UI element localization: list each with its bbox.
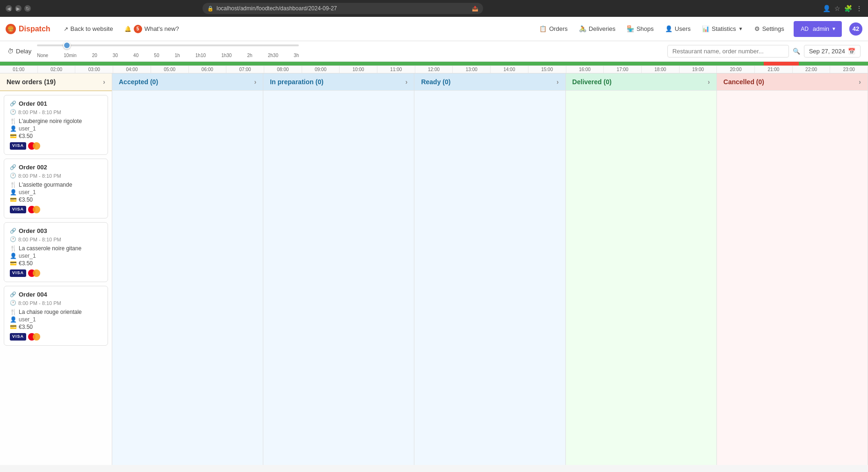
order-004-price: 💳 €3.50 <box>10 324 102 330</box>
order-001-price: 💳 €3.50 <box>10 133 102 139</box>
delay-button[interactable]: ⏱ Delay <box>7 48 31 55</box>
col-preparation-expand[interactable]: › <box>405 78 408 86</box>
deliveries-link[interactable]: 🚴 Deliveries <box>573 17 621 41</box>
deliveries-icon: 🚴 <box>579 25 586 32</box>
col-cancelled-expand[interactable]: › <box>859 78 861 86</box>
order-004-user-icon: 👤 <box>10 316 17 323</box>
slider-label-1h30: 1h30 <box>221 53 231 58</box>
order-002-id: 🔗 Order 002 <box>10 164 47 171</box>
shops-label: Shops <box>637 25 654 32</box>
date-picker[interactable]: Sep 27, 2024 📅 <box>804 45 861 58</box>
col-new-orders-expand[interactable]: › <box>103 78 105 86</box>
statistics-label: Statistics <box>712 25 736 32</box>
order-003-user-icon: 👤 <box>10 253 17 259</box>
slider-label-3h: 3h <box>294 53 299 58</box>
order-001-id: 🔗 Order 001 <box>10 100 47 107</box>
statistics-link[interactable]: 📊 Statistics ▼ <box>696 17 749 41</box>
order-card-002[interactable]: 🔗 Order 002 🕐 8:00 PM - 8:10 PM 🍴 L'assi… <box>4 159 108 218</box>
slider-label-30: 30 <box>113 53 118 58</box>
back-to-website-label: Back to website <box>71 25 113 32</box>
browser-chrome: ◀ ▶ ↻ 🔒 localhost/admin/foodtech/dashboa… <box>0 0 868 17</box>
settings-icon: ⚙ <box>754 25 760 32</box>
col-new-orders: New orders (19) › 🔗 Order 001 🕐 8:00 PM … <box>0 73 112 465</box>
deliveries-label: Deliveries <box>589 25 615 32</box>
slider-label-20: 20 <box>92 53 97 58</box>
toolbar: ⏱ Delay None 10min 20 30 40 50 1h 1h10 1… <box>0 41 868 62</box>
url-bar[interactable]: 🔒 localhost/admin/foodtech/dashboard/202… <box>203 3 483 14</box>
order-002-payment: VISA <box>10 206 102 213</box>
col-ready-label: Ready (0) <box>421 78 450 86</box>
order-card-001[interactable]: 🔗 Order 001 🕐 8:00 PM - 8:10 PM 🍴 L'aube… <box>4 95 108 155</box>
col-cancelled-body <box>717 91 868 465</box>
col-new-orders-body: 🔗 Order 001 🕐 8:00 PM - 8:10 PM 🍴 L'aube… <box>0 91 112 465</box>
forward-button[interactable]: ▶ <box>15 5 22 12</box>
back-to-website-link[interactable]: ↗ Back to website <box>58 17 119 41</box>
star-icon[interactable]: ☆ <box>834 5 840 12</box>
slider-thumb[interactable] <box>63 42 71 49</box>
whats-new-icon: 🔔 <box>124 26 131 32</box>
settings-link[interactable]: ⚙ Settings <box>749 17 790 41</box>
brand[interactable]: 🍔 Dispatch <box>6 24 58 34</box>
back-button[interactable]: ◀ <box>6 5 12 12</box>
order-003-user: 👤 user_1 <box>10 253 102 259</box>
hour-23: 23:00 <box>830 66 868 73</box>
users-label: Users <box>675 25 691 32</box>
share-icon: 📤 <box>472 6 478 12</box>
hour-16: 16:00 <box>566 66 604 73</box>
order-001-user: 👤 user_1 <box>10 125 102 132</box>
order-002-clock-icon: 🕐 <box>10 173 16 179</box>
order-002-price-icon: 💳 <box>10 196 17 203</box>
whats-new-link[interactable]: 🔔 5 What's new? <box>119 17 185 41</box>
hour-12: 12:00 <box>415 66 453 73</box>
hour-08: 08:00 <box>264 66 302 73</box>
search-icon[interactable]: 🔍 <box>793 48 800 55</box>
profile-icon[interactable]: 👤 <box>823 5 831 12</box>
order-004-mastercard <box>28 333 40 341</box>
order-001-payment: VISA <box>10 142 102 150</box>
calendar-icon: 📅 <box>848 48 855 55</box>
slider-track[interactable] <box>37 44 299 46</box>
hour-06: 06:00 <box>189 66 227 73</box>
order-003-mastercard <box>28 269 40 277</box>
col-preparation-body <box>263 91 414 465</box>
order-card-003[interactable]: 🔗 Order 003 🕐 8:00 PM - 8:10 PM 🍴 La cas… <box>4 222 108 282</box>
hour-15: 15:00 <box>528 66 566 73</box>
admin-avatar: AD <box>799 23 810 35</box>
col-ready-body <box>414 91 565 465</box>
order-card-004[interactable]: 🔗 Order 004 🕐 8:00 PM - 8:10 PM 🍴 La cha… <box>4 286 108 346</box>
hour-05: 05:00 <box>151 66 189 73</box>
settings-label: Settings <box>762 25 784 32</box>
order-001-visa: VISA <box>10 142 26 150</box>
order-004-id: 🔗 Order 004 <box>10 291 47 298</box>
col-accepted-expand[interactable]: › <box>254 78 257 86</box>
admin-chevron: ▼ <box>832 26 836 31</box>
reload-button[interactable]: ↻ <box>24 5 31 12</box>
col-ready-expand[interactable]: › <box>557 78 559 86</box>
order-004-visa: VISA <box>10 333 26 341</box>
users-icon: 👤 <box>665 25 673 32</box>
back-icon: ↗ <box>64 26 68 32</box>
slider-label-none: None <box>37 53 48 58</box>
extensions-icon[interactable]: 🧩 <box>844 5 852 12</box>
url-text: localhost/admin/foodtech/dashboard/2024-… <box>217 5 337 12</box>
order-003-time: 🕐 8:00 PM - 8:10 PM <box>10 236 102 242</box>
statistics-chevron: ▼ <box>738 26 743 31</box>
order-001-price-icon: 💳 <box>10 133 17 139</box>
users-link[interactable]: 👤 Users <box>659 17 696 41</box>
hour-09: 09:00 <box>302 66 340 73</box>
col-accepted-body <box>112 91 263 465</box>
slider-label-50: 50 <box>154 53 159 58</box>
timeline-hours: 01:00 02:00 03:00 04:00 05:00 06:00 07:0… <box>0 65 868 73</box>
orders-link[interactable]: 📋 Orders <box>534 17 573 41</box>
hour-03: 03:00 <box>75 66 113 73</box>
admin-menu[interactable]: AD admin ▼ <box>794 21 842 37</box>
slider-label-1h10: 1h10 <box>195 53 206 58</box>
menu-icon[interactable]: ⋮ <box>856 5 862 12</box>
search-input[interactable] <box>667 45 789 58</box>
search-area: 🔍 Sep 27, 2024 📅 <box>667 45 861 58</box>
order-004-fork-icon: 🍴 <box>10 309 17 315</box>
shops-link[interactable]: 🏪 Shops <box>621 17 659 41</box>
navbar-right: 📋 Orders 🚴 Deliveries 🏪 Shops 👤 Users 📊 … <box>534 17 862 41</box>
order-003-link-icon: 🔗 <box>10 228 16 234</box>
col-delivered-expand[interactable]: › <box>708 78 710 86</box>
